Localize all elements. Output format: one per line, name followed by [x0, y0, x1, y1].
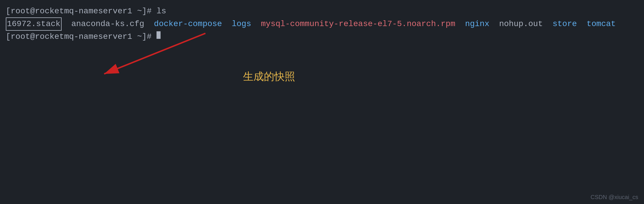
file-tomcat: tomcat: [587, 18, 616, 30]
cursor: [157, 31, 161, 39]
file-mysql-rpm: mysql-community-release-el7-5.noarch.rpm: [261, 18, 455, 30]
file-spacer-2: [144, 18, 154, 30]
command-ls: ls: [157, 5, 166, 17]
file-16972-stack: 16972.stack: [6, 17, 62, 31]
prompt-2: [root@rocketmq-nameserver1 ~]#: [6, 31, 157, 43]
file-store: store: [553, 18, 577, 30]
file-nginx: nginx: [465, 18, 490, 30]
annotation-text: 生成的快照: [243, 70, 295, 84]
file-spacer-1: [62, 18, 71, 30]
terminal-line-2: 16972.stack anaconda-ks.cfg docker-compo…: [6, 17, 638, 31]
file-spacer-5: [455, 18, 465, 30]
file-spacer-8: [577, 18, 587, 30]
watermark: CSDN @xiucai_cs: [590, 194, 638, 201]
file-docker-compose: docker-compose: [154, 18, 222, 30]
file-spacer-7: [543, 18, 553, 30]
prompt-1: [root@rocketmq-nameserver1 ~]#: [6, 5, 157, 17]
terminal: [root@rocketmq-nameserver1 ~]# ls 16972.…: [0, 0, 644, 48]
file-anaconda: anaconda-ks.cfg: [71, 18, 144, 30]
terminal-line-3: [root@rocketmq-nameserver1 ~]#: [6, 31, 638, 43]
file-spacer-4: [251, 18, 261, 30]
file-spacer-6: [490, 18, 499, 30]
file-logs: logs: [232, 18, 251, 30]
file-spacer-3: [222, 18, 232, 30]
terminal-line-1: [root@rocketmq-nameserver1 ~]# ls: [6, 5, 638, 17]
file-nohup: nohup.out: [499, 18, 543, 30]
